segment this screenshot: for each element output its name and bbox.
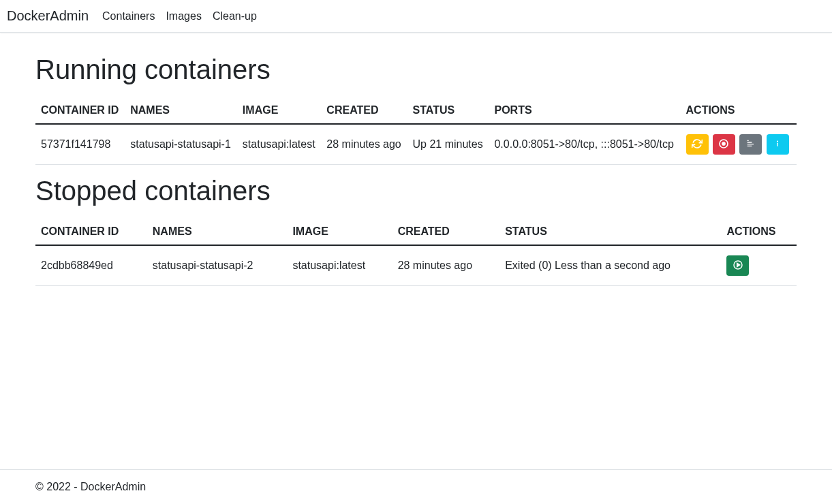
main-nav: DockerAdmin Containers Images Clean-up: [0, 0, 832, 32]
info-icon: [772, 138, 783, 151]
col-status: STATUS: [407, 97, 489, 124]
col-id: CONTAINER ID: [35, 219, 147, 245]
cell-id: 57371f141798: [35, 124, 125, 165]
cell-actions: [681, 124, 797, 165]
restart-button[interactable]: [686, 134, 709, 155]
play-icon: [733, 259, 743, 272]
cell-created: 28 minutes ago: [321, 124, 407, 165]
svg-rect-3: [777, 142, 778, 146]
col-names: NAMES: [147, 219, 288, 245]
main-content: Running containers CONTAINER ID NAMES IM…: [0, 33, 832, 469]
cell-actions: [721, 245, 797, 286]
col-id: CONTAINER ID: [35, 97, 125, 124]
brand-link[interactable]: DockerAdmin: [7, 8, 89, 24]
running-table: CONTAINER ID NAMES IMAGE CREATED STATUS …: [35, 97, 797, 165]
cell-status: Exited (0) Less than a second ago: [499, 245, 721, 286]
start-button[interactable]: [726, 255, 749, 276]
nav-containers[interactable]: Containers: [102, 10, 155, 22]
table-header-row: CONTAINER ID NAMES IMAGE CREATED STATUS …: [35, 219, 797, 245]
col-created: CREATED: [392, 219, 500, 245]
cell-created: 28 minutes ago: [392, 245, 500, 286]
logs-button[interactable]: [739, 134, 762, 155]
nav-images[interactable]: Images: [166, 10, 201, 22]
col-ports: PORTS: [489, 97, 680, 124]
col-actions: ACTIONS: [721, 219, 797, 245]
cell-names: statusapi-statusapi-2: [147, 245, 288, 286]
svg-point-2: [777, 140, 778, 142]
cell-id: 2cdbb68849ed: [35, 245, 147, 286]
cell-ports: 0.0.0.0:8051->80/tcp, :::8051->80/tcp: [489, 124, 680, 165]
stopped-table: CONTAINER ID NAMES IMAGE CREATED STATUS …: [35, 219, 797, 286]
svg-marker-5: [737, 263, 740, 266]
nav-cleanup[interactable]: Clean-up: [213, 10, 257, 22]
stop-button[interactable]: [713, 134, 735, 155]
cell-names: statusapi-statusapi-1: [125, 124, 237, 165]
table-header-row: CONTAINER ID NAMES IMAGE CREATED STATUS …: [35, 97, 797, 124]
logs-icon: [745, 138, 756, 151]
table-row: 2cdbb68849ed statusapi-statusapi-2 statu…: [35, 245, 797, 286]
info-button[interactable]: [767, 134, 789, 155]
topbar: DockerAdmin Containers Images Clean-up: [0, 0, 832, 33]
running-title: Running containers: [35, 54, 797, 85]
cell-image: statusapi:latest: [237, 124, 322, 165]
col-actions: ACTIONS: [681, 97, 797, 124]
col-created: CREATED: [321, 97, 407, 124]
footer-text: © 2022 - DockerAdmin: [35, 481, 146, 492]
col-image: IMAGE: [287, 219, 392, 245]
table-row: 57371f141798 statusapi-statusapi-1 statu…: [35, 124, 797, 165]
col-names: NAMES: [125, 97, 237, 124]
restart-icon: [692, 138, 703, 151]
col-image: IMAGE: [237, 97, 322, 124]
svg-point-1: [722, 142, 725, 145]
col-status: STATUS: [499, 219, 721, 245]
stopped-title: Stopped containers: [35, 176, 797, 206]
footer: © 2022 - DockerAdmin: [0, 469, 832, 504]
stop-icon: [718, 138, 729, 151]
cell-status: Up 21 minutes: [407, 124, 489, 165]
cell-image: statusapi:latest: [287, 245, 392, 286]
